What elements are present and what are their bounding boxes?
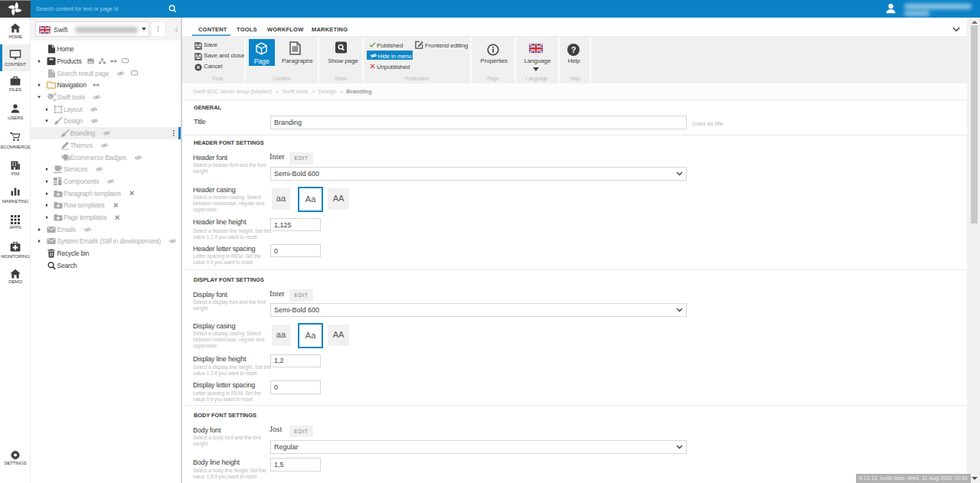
- svg-text:?: ?: [570, 44, 576, 54]
